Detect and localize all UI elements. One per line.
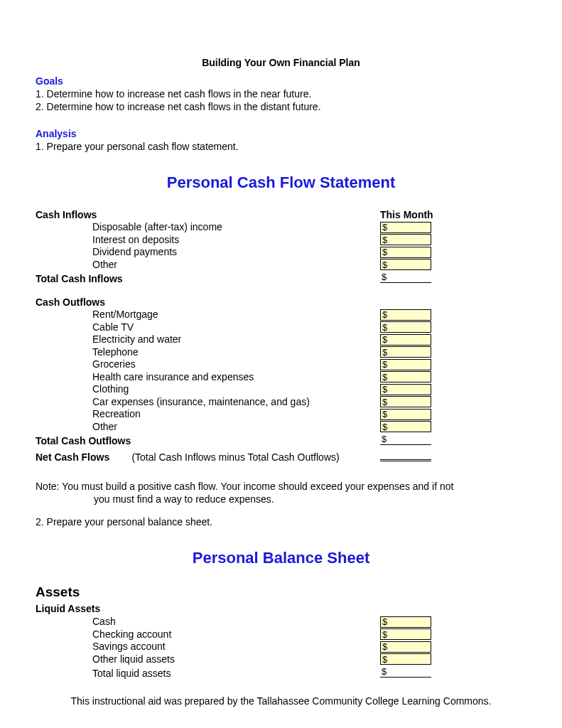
amount-input[interactable]: $: [380, 234, 431, 245]
net-cash-flows-row: Net Cash Flows (Total Cash Inflows minus…: [36, 449, 526, 465]
outflow-row: Groceries $: [36, 358, 526, 370]
amount-input[interactable]: $: [380, 259, 431, 270]
outflow-item-label: Telephone: [36, 346, 380, 358]
inflow-item-label: Other: [36, 259, 380, 270]
amount-input[interactable]: $: [380, 247, 431, 258]
outflow-row: Cable TV $: [36, 321, 526, 333]
amount-input[interactable]: $: [380, 409, 431, 420]
amount-input[interactable]: $: [380, 359, 431, 370]
this-month-label: This Month: [380, 209, 433, 220]
liquid-assets-label: Liquid Assets: [36, 603, 526, 614]
amount-input[interactable]: $: [380, 628, 431, 640]
total-liquid-row: Total liquid assets $: [36, 665, 526, 680]
goal-item: 1. Determine how to increase net cash fl…: [36, 88, 526, 100]
total-liquid-value: $: [380, 666, 431, 678]
cash-outflows-label: Cash Outflows: [36, 296, 380, 308]
outflow-item-label: Electricity and water: [36, 333, 380, 345]
inflow-item-label: Disposable (after-tax) income: [36, 221, 380, 232]
liquid-row: Checking account $: [36, 628, 526, 641]
amount-input[interactable]: $: [380, 616, 431, 628]
total-inflows-value: $: [380, 272, 431, 283]
net-cash-flows-value: [380, 449, 431, 460]
amount-input[interactable]: $: [380, 653, 431, 665]
outflow-item-label: Recreation: [36, 408, 380, 419]
amount-input[interactable]: $: [380, 421, 431, 432]
cashflow-heading: Personal Cash Flow Statement: [36, 173, 526, 192]
amount-input[interactable]: $: [380, 334, 431, 346]
footer-text: This instructional aid was prepared by t…: [0, 695, 562, 707]
step-2: 2. Prepare your personal balance sheet.: [36, 516, 526, 528]
amount-input[interactable]: $: [380, 641, 431, 653]
liquid-row: Other liquid assets $: [36, 653, 526, 665]
liquid-item-label: Checking account: [36, 628, 380, 640]
net-cash-flows-label: Net Cash Flows (Total Cash Inflows minus…: [36, 451, 380, 463]
outflows-header-row: Cash Outflows: [36, 296, 526, 308]
liquid-row: Cash $: [36, 616, 526, 628]
outflow-item-label: Rent/Mortgage: [36, 309, 380, 320]
amount-input[interactable]: $: [380, 346, 431, 358]
outflow-row: Rent/Mortgage $: [36, 309, 526, 321]
outflow-item-label: Health care insurance and expenses: [36, 371, 380, 382]
liquid-item-label: Cash: [36, 616, 380, 627]
amount-input[interactable]: $: [380, 309, 431, 321]
total-liquid-label: Total liquid assets: [36, 668, 380, 679]
total-outflows-row: Total Cash Outflows $: [36, 433, 526, 448]
liquid-item-label: Other liquid assets: [36, 653, 380, 665]
assets-label: Assets: [36, 584, 526, 600]
note-line: Note: You must build a positive cash flo…: [36, 481, 526, 492]
amount-input[interactable]: $: [380, 222, 431, 233]
outflow-row: Health care insurance and expenses $: [36, 371, 526, 383]
total-outflows-label: Total Cash Outflows: [36, 435, 380, 446]
total-outflows-value: $: [380, 434, 431, 445]
balance-heading: Personal Balance Sheet: [36, 549, 526, 567]
analysis-label: Analysis: [36, 128, 526, 139]
outflow-row: Car expenses (insurance, maintenance, an…: [36, 396, 526, 408]
analysis-item: 1. Prepare your personal cash flow state…: [36, 141, 526, 152]
note-line: you must find a way to reduce expenses.: [36, 493, 526, 505]
liquid-item-label: Savings account: [36, 641, 380, 652]
goal-item: 2. Determine how to increase net cash fl…: [36, 101, 526, 112]
cash-inflows-label: Cash Inflows: [36, 209, 380, 220]
outflow-row: Other $: [36, 421, 526, 433]
outflow-item-label: Groceries: [36, 358, 380, 370]
outflow-item-label: Clothing: [36, 383, 380, 395]
inflow-item-label: Interest on deposits: [36, 234, 380, 245]
document-title: Building Your Own Financial Plan: [36, 57, 526, 68]
total-inflows-label: Total Cash Inflows: [36, 273, 380, 284]
goals-label: Goals: [36, 75, 526, 87]
outflow-row: Recreation $: [36, 408, 526, 420]
inflows-header-row: Cash Inflows This Month: [36, 209, 526, 220]
total-inflows-row: Total Cash Inflows $: [36, 271, 526, 286]
outflow-row: Clothing $: [36, 383, 526, 395]
inflow-item-label: Dividend payments: [36, 246, 380, 257]
inflow-row: Disposable (after-tax) income $: [36, 221, 526, 233]
outflow-item-label: Other: [36, 421, 380, 432]
outflow-row: Telephone $: [36, 346, 526, 358]
amount-input[interactable]: $: [380, 321, 431, 333]
inflow-row: Other $: [36, 259, 526, 271]
liquid-row: Savings account $: [36, 641, 526, 653]
amount-input[interactable]: $: [380, 384, 431, 395]
inflow-row: Dividend payments $: [36, 246, 526, 258]
outflow-item-label: Car expenses (insurance, maintenance, an…: [36, 396, 380, 407]
amount-input[interactable]: $: [380, 396, 431, 407]
amount-input[interactable]: $: [380, 371, 431, 382]
inflow-row: Interest on deposits $: [36, 234, 526, 246]
outflow-row: Electricity and water $: [36, 333, 526, 346]
outflow-item-label: Cable TV: [36, 321, 380, 333]
